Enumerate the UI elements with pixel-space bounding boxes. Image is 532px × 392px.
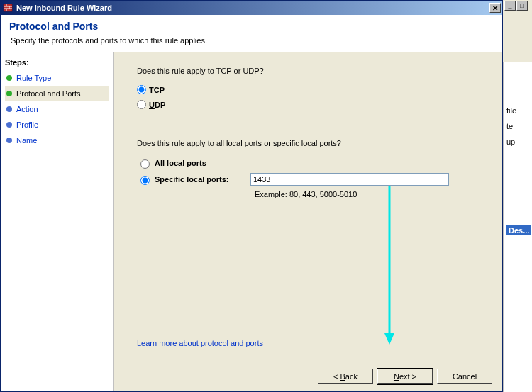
radio-specific-ports[interactable]: [140, 176, 150, 185]
step-label: Name: [16, 136, 37, 145]
annotation-arrow-icon: [382, 186, 397, 346]
radio-all-ports-row: All local ports: [137, 157, 487, 169]
wizard-buttons: < Back Next > Cancel: [318, 369, 492, 384]
bg-item: up: [506, 138, 532, 146]
step-name[interactable]: Name: [5, 133, 109, 147]
radio-specific-ports-label: Specific local ports:: [155, 175, 229, 184]
svg-marker-7: [384, 333, 394, 345]
window-title: New Inbound Rule Wizard: [16, 4, 489, 12]
step-profile[interactable]: Profile: [5, 118, 109, 132]
cancel-button[interactable]: Cancel: [437, 369, 492, 384]
steps-heading: Steps:: [5, 58, 109, 67]
content-panel: Does this rule apply to TCP or UDP? TCP …: [114, 52, 502, 391]
learn-more-link[interactable]: Learn more about protocol and ports: [137, 339, 263, 347]
bg-maximize-button[interactable]: □: [516, 1, 528, 11]
radio-tcp[interactable]: [137, 85, 146, 94]
step-rule-type[interactable]: Rule Type: [5, 71, 109, 85]
back-button[interactable]: < Back: [318, 369, 373, 384]
bg-minimize-button[interactable]: _: [504, 1, 516, 11]
close-icon: ✕: [492, 4, 498, 12]
bg-item: te: [506, 122, 532, 130]
next-button[interactable]: Next >: [377, 369, 433, 384]
radio-udp-label: UDP: [149, 101, 165, 109]
radio-all-ports[interactable]: [140, 159, 150, 169]
bullet-icon: [6, 106, 12, 112]
radio-udp[interactable]: [137, 100, 146, 109]
ports-example: Example: 80, 443, 5000-5010: [255, 190, 487, 198]
specific-ports-input[interactable]: [250, 173, 449, 186]
ports-question: Does this rule apply to all local ports …: [137, 139, 487, 147]
bg-item: file: [506, 106, 532, 115]
steps-panel: Steps: Rule Type Protocol and Ports Acti…: [1, 52, 114, 391]
step-label: Profile: [16, 121, 38, 129]
step-label: Protocol and Ports: [16, 89, 81, 98]
radio-specific-ports-row: Specific local ports:: [137, 173, 487, 186]
protocol-question: Does this rule apply to TCP or UDP?: [137, 67, 487, 75]
svg-rect-0: [4, 4, 12, 11]
bg-selected-item[interactable]: Des...: [506, 225, 531, 235]
titlebar: New Inbound Rule Wizard ✕: [1, 1, 502, 15]
bullet-icon: [6, 91, 12, 96]
bullet-icon: [6, 122, 12, 128]
wizard-window: New Inbound Rule Wizard ✕ Protocol and P…: [0, 0, 503, 392]
step-action[interactable]: Action: [5, 102, 109, 116]
radio-udp-row: UDP: [137, 100, 487, 109]
radio-tcp-label: TCP: [149, 86, 165, 94]
page-subtitle: Specify the protocols and ports to which…: [11, 36, 494, 45]
radio-tcp-row: TCP: [137, 85, 487, 94]
bullet-icon: [6, 138, 12, 143]
step-label: Rule Type: [16, 74, 51, 82]
wizard-header: Protocol and Ports Specify the protocols…: [1, 15, 502, 52]
bullet-icon: [6, 75, 12, 81]
background-desktop: _ □ file te up Des...: [503, 0, 532, 392]
step-protocol-and-ports[interactable]: Protocol and Ports: [5, 86, 109, 101]
firewall-icon: [2, 2, 13, 13]
radio-all-ports-label: All local ports: [155, 159, 206, 167]
page-title: Protocol and Ports: [9, 21, 494, 32]
close-button[interactable]: ✕: [489, 3, 501, 13]
step-label: Action: [16, 105, 38, 113]
